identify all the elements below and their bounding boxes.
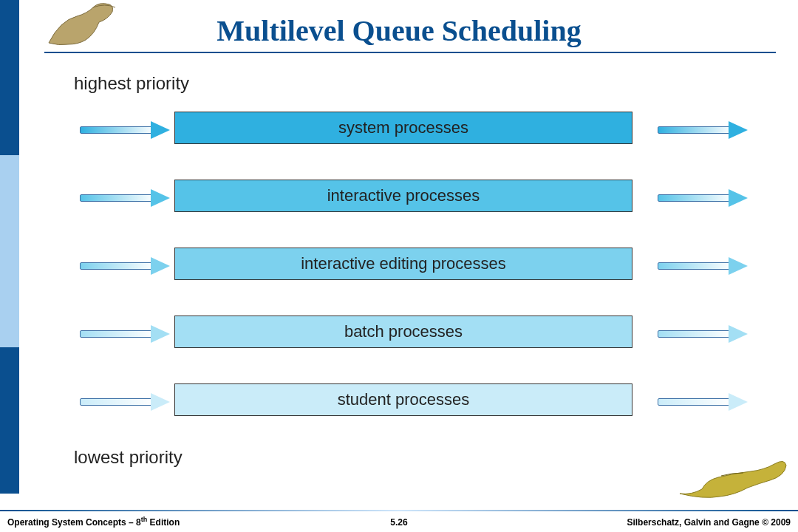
queue-label: interactive processes (327, 186, 480, 205)
queue-label: student processes (338, 390, 470, 409)
arrow-out-icon (658, 397, 746, 407)
arrow-out-icon (658, 329, 746, 339)
arrow-out-icon (658, 261, 746, 271)
arrow-in-icon (80, 125, 168, 135)
dinosaur-bottom-right-icon (677, 451, 788, 502)
footer-copyright: Silberschatz, Galvin and Gagne © 2009 (627, 517, 791, 528)
queue-box: student processes (174, 383, 632, 416)
queue-box: interactive processes (174, 180, 632, 212)
queue-box: interactive editing processes (174, 248, 632, 280)
footer-book-title: Operating System Concepts – 8th Edition (7, 516, 180, 528)
diagram: highest priority system processes intera (44, 63, 768, 477)
queue-box: batch processes (174, 316, 632, 348)
arrow-in-icon (80, 261, 168, 271)
arrow-out-icon (658, 193, 746, 203)
queue-row: interactive processes (44, 180, 768, 216)
title-underline (44, 52, 776, 53)
label-highest-priority: highest priority (74, 73, 189, 94)
arrow-out-icon (658, 125, 746, 135)
queue-row: interactive editing processes (44, 248, 768, 284)
queue-row: student processes (44, 383, 768, 420)
queue-label: batch processes (344, 322, 463, 341)
queue-row: batch processes (44, 316, 768, 352)
queue-box: system processes (174, 112, 632, 144)
slide: Multilevel Queue Scheduling highest prio… (0, 0, 798, 532)
label-lowest-priority: lowest priority (74, 447, 183, 468)
footer-left-suffix: Edition (147, 517, 180, 528)
footer-divider (0, 510, 798, 511)
queue-row: system processes (44, 112, 768, 149)
arrow-in-icon (80, 329, 168, 339)
queue-label: system processes (338, 118, 468, 137)
left-accent-bar (0, 0, 19, 494)
slide-title: Multilevel Queue Scheduling (0, 13, 798, 48)
footer: Operating System Concepts – 8th Edition … (0, 510, 798, 532)
arrow-in-icon (80, 193, 168, 203)
slide-number: 5.26 (390, 517, 407, 528)
queue-label: interactive editing processes (301, 254, 506, 273)
footer-left-prefix: Operating System Concepts – 8 (7, 517, 141, 528)
arrow-in-icon (80, 397, 168, 407)
footer-left-sup: th (141, 516, 148, 523)
